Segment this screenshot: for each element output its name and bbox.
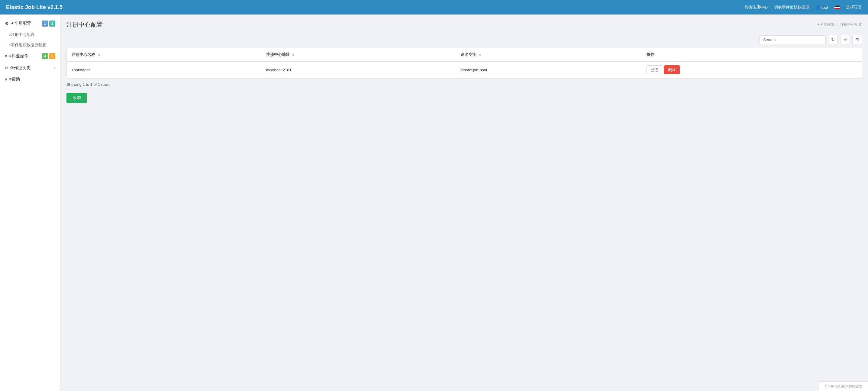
sidebar-job-history-label: ⟳作业历史 — [10, 65, 31, 71]
flag-icon — [834, 5, 840, 9]
cell-actions: 已连 删除 — [642, 61, 862, 78]
list-view-button[interactable]: ☰ — [840, 35, 850, 44]
app-header: Elastic Job Lite v2.1.5 切换注册中心 切换事件追踪数据源… — [0, 0, 868, 14]
sidebar-global-config-label: ✦全局配置 — [10, 21, 31, 26]
col-header-namespace: 命名空间 ⇅ — [456, 48, 642, 61]
grid-view-icon: ⊞ — [855, 37, 859, 42]
sidebar-event-trace-label: ○事件追踪数据源配置 — [8, 42, 46, 47]
col-name-label: 注册中心名称 — [71, 52, 95, 57]
breadcrumb-separator: » — [836, 23, 838, 27]
sidebar-item-job-operations[interactable]: ≡ ≡作业操作 4 2 — [0, 50, 60, 62]
toolbar: ↻ ☰ ⊞ — [66, 35, 862, 44]
sidebar-item-event-trace-config[interactable]: ○事件追踪数据源配置 — [0, 40, 60, 50]
help-icon: ≡ — [5, 77, 7, 82]
badge-2: 1 — [49, 21, 55, 27]
chevron-icon: ‹ — [54, 66, 55, 70]
username: root — [822, 5, 828, 10]
cell-namespace: elastic-job-boot — [456, 61, 642, 78]
header-right: 切换注册中心 切换事件追踪数据源 👤 root 选择语言 — [744, 4, 862, 10]
add-button[interactable]: 添加 — [66, 93, 87, 103]
sidebar-registry-config-label: ○注册中心配置 — [8, 32, 34, 37]
badge-4: 2 — [49, 53, 55, 59]
sidebar-item-registry-config[interactable]: ○注册中心配置 — [0, 30, 60, 40]
switch-event-link[interactable]: 切换事件追踪数据源 — [774, 4, 809, 10]
user-info: 👤 root — [815, 5, 828, 10]
col-namespace-label: 命名空间 — [461, 52, 476, 57]
main-content: 注册中心配置 ✦全局配置 » 注册中心配置 ↻ ☰ ⊞ — [60, 14, 868, 391]
sidebar-item-job-history[interactable]: ⟳ ⟳作业历史 ‹ — [0, 62, 60, 74]
sidebar-help-label: ≡帮助 — [9, 77, 20, 82]
refresh-button[interactable]: ↻ — [828, 35, 838, 44]
sidebar-job-badges: 4 2 — [42, 53, 55, 59]
footer: CSDN @只因为你而温柔 — [819, 381, 868, 391]
sidebar: ⚙ ✦全局配置 1 1 ○注册中心配置 ○事件追踪数据源配置 ≡ ≡作业操作 4… — [0, 14, 60, 391]
main-layout: ⚙ ✦全局配置 1 1 ○注册中心配置 ○事件追踪数据源配置 ≡ ≡作业操作 4… — [0, 14, 868, 391]
switch-registry-link[interactable]: 切换注册中心 — [744, 4, 768, 10]
sidebar-item-global-config-left: ⚙ ✦全局配置 — [5, 21, 31, 26]
history-icon: ⟳ — [5, 66, 8, 70]
sort-name-icon: ⇅ — [98, 53, 100, 57]
showing-text: Showing 1 to 1 of 1 rows — [66, 82, 862, 87]
col-header-name: 注册中心名称 ⇅ — [67, 48, 261, 61]
sidebar-badges: 1 1 — [42, 21, 55, 27]
cell-name: zookeeper — [67, 61, 261, 78]
breadcrumb: ✦全局配置 » 注册中心配置 — [817, 22, 862, 27]
select-language-link[interactable]: 选择语言 — [846, 4, 862, 10]
col-address-label: 注册中心地址 — [266, 52, 290, 57]
col-actions-label: 操作 — [647, 52, 654, 57]
breadcrumb-global: ✦全局配置 — [817, 22, 834, 27]
sidebar-job-ops-label: ≡作业操作 — [9, 54, 28, 59]
refresh-icon: ↻ — [831, 37, 835, 42]
breadcrumb-current: 注册中心配置 — [840, 22, 862, 27]
sidebar-item-global-config[interactable]: ⚙ ✦全局配置 1 1 — [0, 18, 60, 30]
app-title: Elastic Job Lite v2.1.5 — [6, 4, 63, 10]
sidebar-item-help[interactable]: ≡ ≡帮助 — [0, 74, 60, 85]
connected-button[interactable]: 已连 — [647, 65, 662, 74]
registry-table-container: 注册中心名称 ⇅ 注册中心地址 ⇅ 命名空间 ⇅ 操作 — [66, 48, 862, 79]
page-title: 注册中心配置 — [66, 21, 103, 29]
list-view-icon: ☰ — [843, 37, 847, 42]
sort-address-icon: ⇅ — [292, 53, 294, 57]
search-input[interactable] — [759, 35, 826, 44]
col-header-address: 注册中心地址 ⇅ — [261, 48, 456, 61]
page-header: 注册中心配置 ✦全局配置 » 注册中心配置 — [66, 21, 862, 29]
list-icon: ≡ — [5, 54, 7, 59]
grid-view-button[interactable]: ⊞ — [852, 35, 862, 44]
badge-1: 1 — [42, 21, 48, 27]
user-icon: 👤 — [815, 5, 820, 10]
table-row: zookeeper localhost:2181 elastic-job-boo… — [67, 61, 862, 78]
sidebar-item-job-ops-left: ≡ ≡作业操作 — [5, 54, 28, 59]
gear-icon: ⚙ — [5, 21, 9, 26]
sort-namespace-icon: ⇅ — [478, 53, 481, 57]
cell-address: localhost:2181 — [261, 61, 456, 78]
registry-table: 注册中心名称 ⇅ 注册中心地址 ⇅ 命名空间 ⇅ 操作 — [67, 48, 862, 78]
delete-button[interactable]: 删除 — [664, 65, 680, 74]
col-header-actions: 操作 — [642, 48, 862, 61]
badge-3: 4 — [42, 53, 48, 59]
